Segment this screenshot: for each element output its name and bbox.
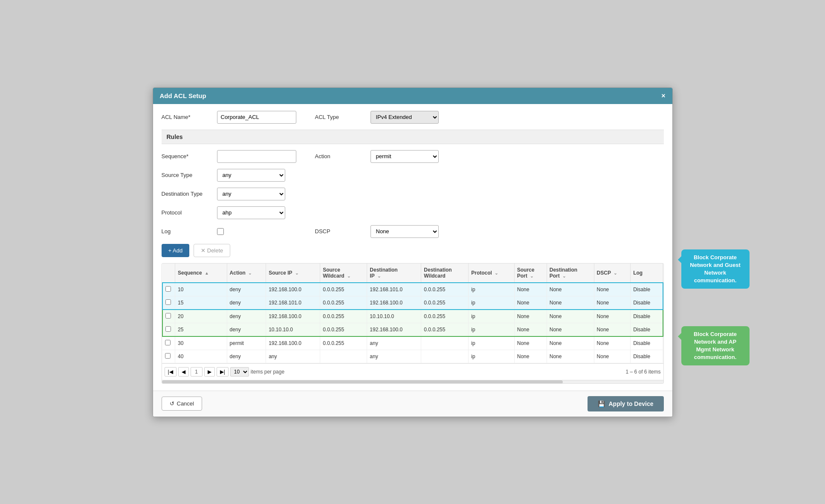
dst-ip-cell: 192.168.100.0 — [367, 323, 421, 336]
pagination-summary: 1 – 6 of 6 items — [625, 369, 660, 375]
sequence-label: Sequence* — [162, 153, 213, 159]
acl-name-type-row: ACL Name* ACL Type IPv4 Extended — [162, 111, 664, 124]
src-port-cell: None — [514, 296, 547, 310]
proto-cell: ip — [469, 336, 515, 350]
row-checkbox[interactable] — [165, 340, 171, 345]
src-ip-cell: 192.168.100.0 — [266, 336, 320, 350]
close-button[interactable]: × — [661, 92, 665, 100]
col-checkbox — [162, 264, 175, 283]
col-protocol[interactable]: Protocol ⌄ — [469, 264, 515, 283]
dscp-group: DSCP None — [315, 225, 452, 238]
dst-port-cell: None — [547, 310, 594, 323]
col-action[interactable]: Action ⌄ — [227, 264, 266, 283]
rules-table: Sequence ▲ Action ⌄ Source IP ⌄ SourceWi… — [162, 264, 663, 363]
row-checkbox-cell — [162, 323, 175, 336]
protocol-select[interactable]: ahp — [217, 206, 285, 219]
dialog-footer: ↺ Cancel 💾 Apply to Device — [153, 391, 672, 417]
dscp-select[interactable]: None — [371, 225, 439, 238]
horizontal-scrollbar[interactable] — [162, 380, 663, 383]
dscp-cell: None — [594, 350, 631, 363]
acl-type-group: ACL Type IPv4 Extended — [315, 111, 452, 124]
action-cell: deny — [227, 350, 266, 363]
col-dscp[interactable]: DSCP ⌄ — [594, 264, 631, 283]
dscp-cell: None — [594, 323, 631, 336]
action-select[interactable]: permit deny — [371, 150, 439, 163]
table-row: 15deny192.168.101.00.0.0.255192.168.100.… — [162, 296, 663, 310]
dst-port-cell: None — [547, 350, 594, 363]
add-button[interactable]: + Add — [162, 244, 190, 257]
table-row: 30permit192.168.100.00.0.0.255anyipNoneN… — [162, 336, 663, 350]
scrollbar-thumb — [162, 380, 563, 384]
src-ip-cell: 192.168.100.0 — [266, 283, 320, 296]
acl-type-label: ACL Type — [315, 114, 366, 120]
log-cell: Disable — [631, 350, 663, 363]
log-checkbox[interactable] — [217, 228, 224, 235]
dst-wc-cell — [421, 350, 469, 363]
last-page-button[interactable]: ▶| — [217, 367, 229, 377]
proto-cell: ip — [469, 310, 515, 323]
row-checkbox[interactable] — [165, 286, 171, 292]
per-page-select[interactable]: 10 25 50 — [230, 367, 249, 377]
src-ip-cell: 192.168.100.0 — [266, 310, 320, 323]
src-ip-cell: 10.10.10.0 — [266, 323, 320, 336]
current-page: 1 — [191, 367, 203, 377]
destination-type-select[interactable]: any — [217, 188, 285, 200]
row-checkbox[interactable] — [165, 313, 171, 319]
acl-type-select[interactable]: IPv4 Extended — [371, 111, 439, 124]
col-destination-wildcard[interactable]: DestinationWildcard — [421, 264, 469, 283]
cancel-button[interactable]: ↺ Cancel — [162, 397, 202, 411]
table-body: 10deny192.168.100.00.0.0.255192.168.101.… — [162, 283, 663, 363]
seq-cell: 15 — [175, 296, 227, 310]
apply-to-device-button[interactable]: 💾 Apply to Device — [588, 396, 663, 411]
log-cell: Disable — [631, 323, 663, 336]
dst-wc-cell: 0.0.0.255 — [421, 296, 469, 310]
action-cell: deny — [227, 283, 266, 296]
next-page-button[interactable]: ▶ — [204, 367, 215, 377]
col-destination-ip[interactable]: DestinationIP ⌄ — [367, 264, 421, 283]
src-wc-cell: 0.0.0.255 — [320, 296, 367, 310]
rules-section-header: Rules — [162, 130, 664, 144]
protocol-group: Protocol ahp — [162, 206, 298, 219]
col-sequence[interactable]: Sequence ▲ — [175, 264, 227, 283]
src-port-cell: None — [514, 310, 547, 323]
table-row: 40denyanyanyipNoneNoneNoneDisable — [162, 350, 663, 363]
dst-port-cell: None — [547, 336, 594, 350]
col-source-ip[interactable]: Source IP ⌄ — [266, 264, 320, 283]
col-source-port[interactable]: SourcePort ⌄ — [514, 264, 547, 283]
dst-wc-cell: 0.0.0.255 — [421, 283, 469, 296]
delete-button[interactable]: ✕ Delete — [194, 244, 230, 257]
table-row: 10deny192.168.100.00.0.0.255192.168.101.… — [162, 283, 663, 296]
row-checkbox[interactable] — [165, 326, 171, 332]
destination-type-row: Destination Type any — [162, 188, 664, 200]
row-checkbox-cell — [162, 310, 175, 323]
row-checkbox[interactable] — [165, 299, 171, 305]
dscp-cell: None — [594, 283, 631, 296]
source-type-select[interactable]: any — [217, 169, 285, 182]
log-cell: Disable — [631, 310, 663, 323]
dialog-header: Add ACL Setup × — [153, 88, 672, 104]
log-group: Log — [162, 228, 298, 235]
destination-type-label: Destination Type — [162, 191, 213, 197]
dst-wc-cell: 0.0.0.255 — [421, 323, 469, 336]
source-type-row: Source Type any — [162, 169, 664, 182]
seq-cell: 30 — [175, 336, 227, 350]
col-destination-port[interactable]: DestinationPort ⌄ — [547, 264, 594, 283]
src-port-cell: None — [514, 336, 547, 350]
acl-name-input[interactable] — [217, 111, 296, 124]
pagination-row: |◀ ◀ 1 ▶ ▶| 10 25 50 items per page — [162, 363, 663, 380]
col-source-wildcard[interactable]: SourceWildcard ⌄ — [320, 264, 367, 283]
sequence-input[interactable] — [217, 150, 296, 163]
seq-cell: 20 — [175, 310, 227, 323]
row-checkbox[interactable] — [165, 353, 171, 359]
seq-cell: 40 — [175, 350, 227, 363]
dscp-label: DSCP — [315, 228, 366, 235]
cancel-icon: ↺ — [170, 400, 174, 407]
row-checkbox-cell — [162, 296, 175, 310]
tooltip-green: Block Corporate Network and AP Mgmt Netw… — [681, 326, 750, 366]
dst-port-cell: None — [547, 296, 594, 310]
first-page-button[interactable]: |◀ — [165, 367, 177, 377]
prev-page-button[interactable]: ◀ — [178, 367, 189, 377]
src-wc-cell: 0.0.0.255 — [320, 323, 367, 336]
destination-type-group: Destination Type any — [162, 188, 298, 200]
items-per-page-label: items per page — [251, 369, 284, 375]
